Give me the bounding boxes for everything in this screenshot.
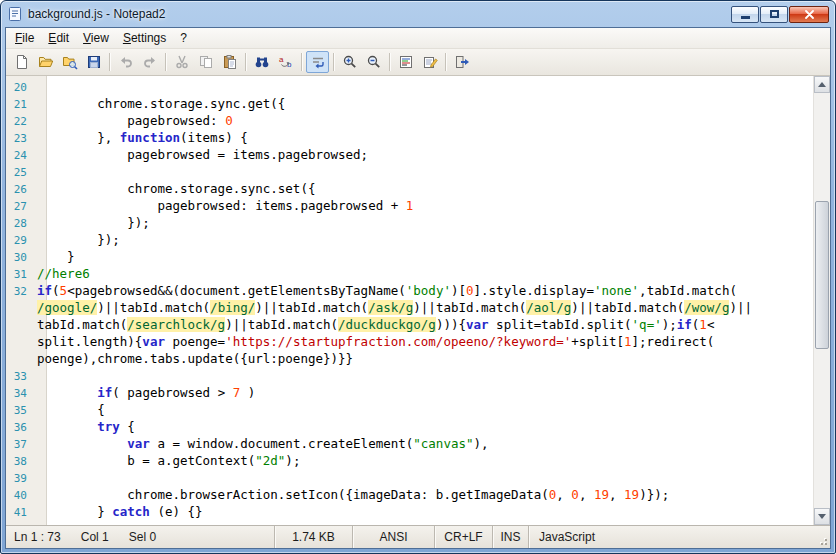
status-file-size: 1.74 KB — [274, 526, 352, 548]
word-wrap-button[interactable] — [306, 51, 329, 73]
status-position[interactable]: Ln 1 : 73 Col 1 Sel 0 — [6, 526, 274, 548]
code-row: 30 } — [6, 248, 813, 265]
cut-icon — [174, 54, 190, 70]
undo-button[interactable] — [114, 51, 137, 73]
line-number: 22 — [6, 113, 37, 130]
code-text: chrome.storage.sync.set({ — [37, 181, 315, 196]
code-text: //here6 — [37, 266, 90, 281]
line-number: 33 — [6, 368, 37, 385]
line-number: 35 — [6, 402, 37, 419]
line-number: 27 — [6, 198, 37, 215]
code-row: 40 chrome.browserAction.setIcon({imageDa… — [6, 486, 813, 503]
line-number: 34 — [6, 385, 37, 402]
cut-button[interactable] — [170, 51, 193, 73]
undo-icon — [118, 54, 134, 70]
status-bar: Ln 1 : 73 Col 1 Sel 0 1.74 KB ANSI CR+LF… — [6, 525, 830, 548]
code-text: pagebrowsed: 0 — [37, 113, 233, 128]
toolbar-separator — [445, 53, 446, 71]
status-eol-mode[interactable]: CR+LF — [434, 526, 492, 548]
code-row: 31//here6 — [6, 265, 813, 282]
close-button[interactable] — [789, 6, 829, 23]
paste-icon — [222, 54, 238, 70]
code-row: 39 — [6, 469, 813, 486]
status-selection: Sel 0 — [129, 530, 156, 544]
menu-view[interactable]: View — [76, 28, 116, 48]
zoom-in-button[interactable] — [338, 51, 361, 73]
line-number: 25 — [6, 164, 37, 181]
status-syntax-scheme[interactable]: JavaScript — [528, 526, 830, 548]
replace-button[interactable]: ab — [274, 51, 297, 73]
toolbar-separator — [301, 53, 302, 71]
code-text: var a = window.document.createElement("c… — [37, 436, 489, 451]
code-text: split.length){var poenge='https://startu… — [37, 334, 714, 349]
copy-icon — [198, 54, 214, 70]
maximize-icon — [770, 10, 779, 18]
line-number: 39 — [6, 470, 37, 487]
code-row: 24 pagebrowsed = items.pagebrowsed; — [6, 146, 813, 163]
app-icon[interactable] — [7, 6, 23, 22]
code-row: 21 chrome.storage.sync.get({ — [6, 95, 813, 112]
replace-icon: ab — [278, 54, 294, 70]
line-number: 24 — [6, 147, 37, 164]
code-text: try { — [37, 419, 135, 434]
maximize-button[interactable] — [760, 6, 788, 23]
view-schemes-button[interactable] — [394, 51, 417, 73]
menu-file[interactable]: File — [8, 28, 41, 48]
minimize-icon — [741, 16, 750, 19]
copy-button[interactable] — [194, 51, 217, 73]
minimize-button[interactable] — [731, 6, 759, 23]
toolbar-separator — [245, 53, 246, 71]
window-controls — [731, 6, 829, 23]
toolbar-separator — [389, 53, 390, 71]
find-icon — [254, 54, 270, 70]
status-insert-mode[interactable]: INS — [492, 526, 528, 548]
scrollbar-track[interactable] — [814, 93, 830, 508]
word-wrap-icon — [310, 54, 326, 70]
save-button[interactable] — [82, 51, 105, 73]
resize-grip[interactable] — [817, 535, 827, 545]
view-schemes-icon — [398, 54, 414, 70]
menu-settings[interactable]: Settings — [116, 28, 173, 48]
code-text: { — [37, 402, 105, 417]
redo-icon — [142, 54, 158, 70]
code-text: b = a.getContext("2d"); — [37, 453, 300, 468]
code-row: 25 — [6, 163, 813, 180]
redo-button[interactable] — [138, 51, 161, 73]
code-text: chrome.storage.sync.get({ — [37, 96, 285, 111]
code-row: 28 }); — [6, 214, 813, 231]
browse-button[interactable] — [58, 51, 81, 73]
open-file-icon — [38, 54, 54, 70]
code-row: 27 pagebrowsed: items.pagebrowsed + 1 — [6, 197, 813, 214]
open-file-button[interactable] — [34, 51, 57, 73]
code-row: tabId.match(/searchlock/g)||tabId.match(… — [6, 316, 813, 333]
code-text: pagebrowsed: items.pagebrowsed + 1 — [37, 198, 413, 213]
scroll-up-button[interactable] — [814, 76, 830, 93]
menu-help[interactable]: ? — [173, 28, 194, 48]
line-number: 26 — [6, 181, 37, 198]
arrow-down-icon — [818, 514, 826, 519]
code-text: }); — [37, 215, 150, 230]
new-file-button[interactable] — [10, 51, 33, 73]
code-text: chrome.browserAction.setIcon({imageData:… — [37, 487, 669, 502]
customize-schemes-button[interactable] — [418, 51, 441, 73]
code-area: 2021 chrome.storage.sync.get({22 pagebro… — [6, 78, 813, 520]
editor: 2021 chrome.storage.sync.get({22 pagebro… — [6, 76, 830, 525]
scroll-down-button[interactable] — [814, 508, 830, 525]
find-button[interactable] — [250, 51, 273, 73]
save-icon — [86, 54, 102, 70]
code-row: 35 { — [6, 401, 813, 418]
line-number: 21 — [6, 96, 37, 113]
line-number: 41 — [6, 504, 37, 521]
zoom-out-button[interactable] — [362, 51, 385, 73]
text-editor[interactable]: 2021 chrome.storage.sync.get({22 pagebro… — [6, 76, 813, 525]
status-encoding[interactable]: ANSI — [352, 526, 434, 548]
paste-button[interactable] — [218, 51, 241, 73]
line-number: 37 — [6, 436, 37, 453]
scrollbar-thumb[interactable] — [815, 201, 829, 349]
exit-button[interactable] — [450, 51, 473, 73]
vertical-scrollbar[interactable] — [813, 76, 830, 525]
customize-schemes-icon — [422, 54, 438, 70]
title-bar[interactable]: background.js - Notepad2 — [1, 1, 835, 27]
code-row: 23 }, function(items) { — [6, 129, 813, 146]
menu-edit[interactable]: Edit — [41, 28, 76, 48]
